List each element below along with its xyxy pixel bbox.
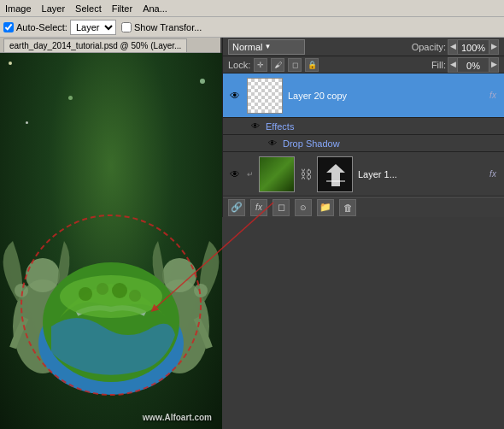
bokeh-3 xyxy=(26,121,28,124)
mask-thumb-content xyxy=(318,157,353,192)
watermark: www.Alfoart.com xyxy=(143,413,212,422)
fill-value[interactable]: 0% xyxy=(458,57,489,73)
add-mask-btn[interactable]: ◻ xyxy=(273,199,290,216)
layer-20-copy-item[interactable]: 👁 Layer 20 copy fx xyxy=(223,73,504,118)
toolbar: Auto-Select: Layer Show Transfor... xyxy=(0,17,504,38)
layer-1-thumb-green xyxy=(259,156,295,192)
opacity-group: Opacity: ◀ 100% ▶ xyxy=(412,39,499,55)
layer-20-copy-thumb xyxy=(247,78,283,114)
layer-1-arrow: ↵ xyxy=(247,170,254,179)
menu-bar: Image Layer Select Filter Ana... xyxy=(0,0,504,17)
fill-stepper: ◀ 0% ▶ xyxy=(448,57,499,73)
layer-20-copy-fx: fx xyxy=(487,91,499,100)
lock-all-icon[interactable]: 🔒 xyxy=(305,58,319,72)
autoselect-checkbox[interactable] xyxy=(3,22,14,32)
selection-circle xyxy=(13,207,209,403)
canvas-area: www.Alfoart.com xyxy=(0,53,222,429)
fill-down-btn[interactable]: ◀ xyxy=(448,57,458,73)
menu-layer[interactable]: Layer xyxy=(37,2,71,15)
blend-mode-dropdown[interactable]: Normal ▼ xyxy=(228,39,305,55)
dropshadow-row: 👁 Drop Shadow xyxy=(223,135,504,152)
opacity-stepper: ◀ 100% ▶ xyxy=(448,39,499,55)
adjustments-btn[interactable]: ⊙ xyxy=(295,199,312,216)
menu-filter[interactable]: Filter xyxy=(107,2,138,15)
bokeh-1 xyxy=(9,62,12,65)
layers-panel: Normal ▼ Opacity: ◀ 100% ▶ Lock: ✛ 🖌 ◻ 🔒… xyxy=(222,38,504,217)
link-layers-btn[interactable]: 🔗 xyxy=(228,199,245,216)
svg-point-13 xyxy=(21,215,201,395)
fill-up-btn[interactable]: ▶ xyxy=(489,57,499,73)
fill-group: Fill: ◀ 0% ▶ xyxy=(431,57,499,73)
dropshadow-visibility[interactable]: 👁 xyxy=(266,137,279,150)
effects-row: 👁 Effects xyxy=(223,118,504,135)
opacity-down-btn[interactable]: ◀ xyxy=(448,39,458,55)
lock-move-icon[interactable]: ✛ xyxy=(254,58,267,72)
opacity-up-btn[interactable]: ▶ xyxy=(489,39,499,55)
dropshadow-label[interactable]: Drop Shadow xyxy=(283,138,340,149)
bokeh-4 xyxy=(68,96,73,100)
main-area: Image Layer Select Filter Ana... Auto-Se… xyxy=(0,0,504,429)
fill-label: Fill: xyxy=(431,60,446,70)
opacity-value[interactable]: 100% xyxy=(458,39,489,55)
layer-1-fx: fx xyxy=(487,169,499,179)
lock-label: Lock: xyxy=(228,60,250,70)
canvas-tab[interactable]: earth_day_2014_tutorial.psd @ 50% (Layer… xyxy=(3,38,187,52)
menu-select[interactable]: Select xyxy=(70,2,107,15)
autoselect-label: Auto-Select: xyxy=(16,22,67,32)
blend-mode-row: Normal ▼ Opacity: ◀ 100% ▶ xyxy=(223,38,504,56)
fx-btn[interactable]: fx xyxy=(250,199,267,216)
layer-1-item[interactable]: 👁 ↵ ⛓ Layer 1... fx xyxy=(223,152,504,197)
autoselect-dropdown[interactable]: Layer xyxy=(70,20,116,35)
lock-paint-icon[interactable]: 🖌 xyxy=(271,58,284,72)
layer-1-name: Layer 1... xyxy=(358,169,482,179)
effects-visibility[interactable]: 👁 xyxy=(249,120,262,133)
add-group-btn[interactable]: 📁 xyxy=(317,199,334,216)
opacity-label: Opacity: xyxy=(412,42,446,52)
layer-1-visibility[interactable]: 👁 xyxy=(228,167,242,181)
layer-thumb-content xyxy=(248,79,282,113)
bokeh-2 xyxy=(200,79,205,84)
layer-thumb-green-content xyxy=(260,157,294,191)
showtransform-checkbox[interactable] xyxy=(121,22,132,32)
menu-image[interactable]: Image xyxy=(0,2,37,15)
layers-bottom-toolbar: 🔗 fx ◻ ⊙ 📁 🗑 xyxy=(223,197,504,217)
blend-mode-arrow: ▼ xyxy=(264,43,271,50)
menu-ana[interactable]: Ana... xyxy=(138,2,173,15)
canvas-tab-bar: earth_day_2014_tutorial.psd @ 50% (Layer… xyxy=(0,38,220,53)
lock-transparency-icon[interactable]: ◻ xyxy=(288,58,302,72)
layer-20-copy-name: Layer 20 copy xyxy=(288,91,482,101)
delete-layer-btn[interactable]: 🗑 xyxy=(339,199,356,216)
showtransform-label: Show Transfor... xyxy=(134,22,202,32)
layer-1-thumb-mask xyxy=(317,156,353,192)
layer-chain-icon[interactable]: ⛓ xyxy=(300,167,312,181)
effects-label: Effects xyxy=(266,121,294,132)
blend-mode-value: Normal xyxy=(232,42,262,52)
lock-row: Lock: ✛ 🖌 ◻ 🔒 Fill: ◀ 0% ▶ xyxy=(223,56,504,73)
layer-20-copy-visibility[interactable]: 👁 xyxy=(228,89,242,103)
